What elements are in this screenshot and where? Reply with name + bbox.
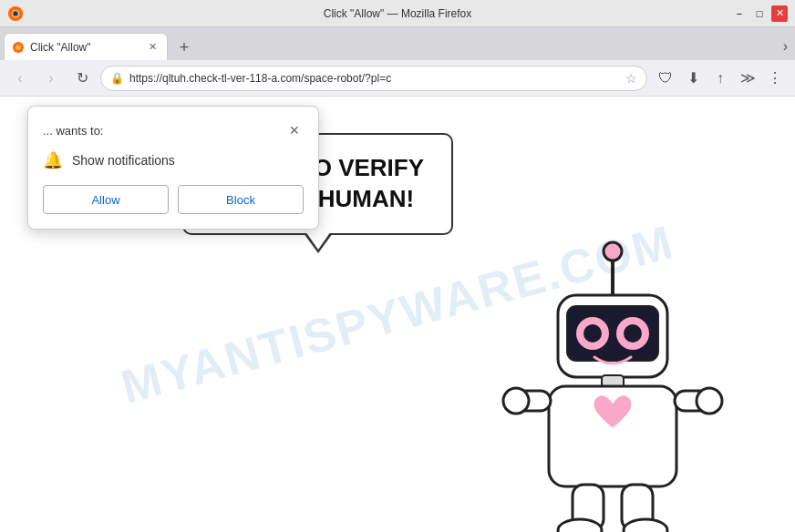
svg-point-6 <box>604 242 622 261</box>
window-title: Click "Allow" — Mozilla Firefox <box>324 7 472 20</box>
svg-point-22 <box>624 519 667 532</box>
nav-bar: ‹ › ↻ 🔒 https://qltuh.check-tl-ver-118-a… <box>0 60 795 97</box>
reload-button[interactable]: ↻ <box>69 66 95 91</box>
maximize-button[interactable]: □ <box>751 5 768 22</box>
bell-icon: 🔔 <box>43 150 63 170</box>
svg-point-20 <box>558 519 602 532</box>
tab-bar-right: › <box>780 36 791 60</box>
share-button[interactable]: ↑ <box>707 66 733 91</box>
minimize-button[interactable]: − <box>731 5 748 22</box>
block-button[interactable]: Block <box>178 185 304 214</box>
menu-button[interactable]: ⋮ <box>762 66 788 91</box>
nav-right-buttons: 🛡 ⬇ ↑ ≫ ⋮ <box>653 66 788 91</box>
notification-popup: ... wants to: ✕ 🔔 Show notifications All… <box>27 106 319 230</box>
title-bar: Click "Allow" — Mozilla Firefox − □ ✕ <box>0 0 795 27</box>
tab-favicon <box>12 41 25 54</box>
tab-list-button[interactable]: › <box>780 36 791 56</box>
new-tab-button[interactable]: + <box>171 35 197 60</box>
active-tab[interactable]: Click "Allow" ✕ <box>4 33 168 60</box>
download-button[interactable]: ⬇ <box>680 66 706 91</box>
robot-image <box>485 231 740 532</box>
popup-wants-text: ... wants to: <box>43 124 103 138</box>
tab-label: Click "Allow" <box>30 41 139 54</box>
firefox-icon <box>7 5 24 22</box>
extensions-button[interactable]: ≫ <box>735 66 760 91</box>
back-button[interactable]: ‹ <box>7 66 33 91</box>
svg-point-11 <box>583 324 602 343</box>
bookmark-icon[interactable]: ☆ <box>625 71 637 86</box>
popup-header: ... wants to: ✕ <box>43 121 304 139</box>
tab-bar: Click "Allow" ✕ + › <box>0 27 795 60</box>
shield-button[interactable]: 🛡 <box>653 66 678 91</box>
url-text: https://qltuh.check-tl-ver-118-a.com/spa… <box>129 72 620 85</box>
forward-button[interactable]: › <box>38 66 64 91</box>
popup-close-button[interactable]: ✕ <box>285 121 304 139</box>
page-content: MYANTISPYWARE.COM ... wants to: ✕ 🔔 Show… <box>0 97 795 532</box>
svg-point-2 <box>13 11 17 15</box>
address-bar[interactable]: 🔒 https://qltuh.check-tl-ver-118-a.com/s… <box>100 66 647 91</box>
tab-close-button[interactable]: ✕ <box>145 40 160 55</box>
lock-icon: 🔒 <box>110 72 124 85</box>
svg-rect-14 <box>549 386 676 486</box>
notification-buttons: Allow Block <box>43 185 304 214</box>
svg-point-4 <box>15 45 21 50</box>
svg-point-16 <box>503 388 529 414</box>
address-bar-icons: ☆ <box>625 71 637 86</box>
show-notifications-text: Show notifications <box>72 153 175 168</box>
window-controls: − □ ✕ <box>731 5 788 22</box>
svg-point-12 <box>624 324 642 343</box>
svg-point-18 <box>697 388 722 414</box>
show-notifications-row: 🔔 Show notifications <box>43 150 304 170</box>
allow-button[interactable]: Allow <box>43 185 169 214</box>
close-button[interactable]: ✕ <box>771 5 788 22</box>
